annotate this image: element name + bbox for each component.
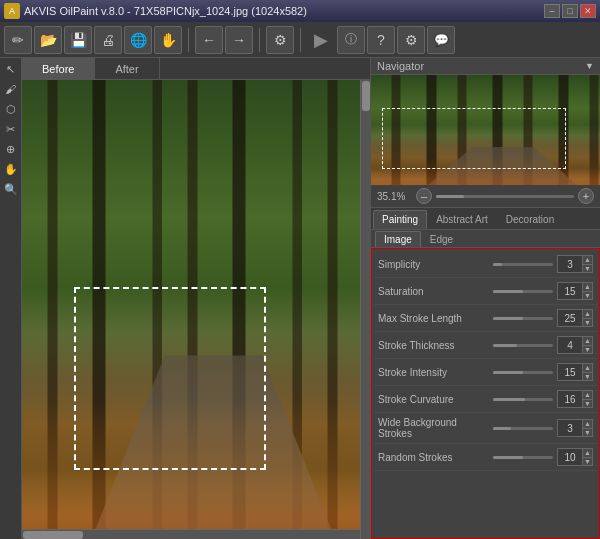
horizontal-scrollbar[interactable]: [22, 529, 360, 539]
right-panel: Navigator ▼ 35.1% – + Painting Abstract …: [370, 58, 600, 539]
setting-slider-6[interactable]: [493, 427, 553, 430]
navigator-title: Navigator: [377, 60, 424, 72]
setting-value-7[interactable]: 10▲▼: [557, 448, 593, 466]
setting-row-7: Random Strokes10▲▼: [374, 444, 597, 471]
setting-slider-5[interactable]: [493, 398, 553, 401]
tab-abstract-art[interactable]: Abstract Art: [427, 210, 497, 229]
tool-back[interactable]: ←: [195, 26, 223, 54]
close-button[interactable]: ✕: [580, 4, 596, 18]
tool-settings[interactable]: ⚙: [266, 26, 294, 54]
left-toolbar: ↖ 🖌 ⬡ ✂ ⊕ ✋ 🔍: [0, 58, 22, 539]
setting-row-0: Simplicity3▲▼: [374, 251, 597, 278]
spin-down-0[interactable]: ▼: [582, 265, 592, 273]
spin-down-4[interactable]: ▼: [582, 373, 592, 381]
toolbar-separator-3: [300, 28, 301, 52]
setting-slider-3[interactable]: [493, 344, 553, 347]
setting-label-3: Stroke Thickness: [378, 340, 489, 351]
minimize-button[interactable]: –: [544, 4, 560, 18]
spin-up-3[interactable]: ▲: [582, 337, 592, 346]
spin-down-3[interactable]: ▼: [582, 346, 592, 354]
setting-row-3: Stroke Thickness4▲▼: [374, 332, 597, 359]
nav-selection-box[interactable]: [382, 108, 565, 169]
spin-up-1[interactable]: ▲: [582, 283, 592, 292]
tab-decoration[interactable]: Decoration: [497, 210, 563, 229]
setting-slider-0[interactable]: [493, 263, 553, 266]
left-tool-zoom-in[interactable]: ⊕: [2, 140, 20, 158]
navigator-header: Navigator ▼: [371, 58, 600, 75]
setting-value-0[interactable]: 3▲▼: [557, 255, 593, 273]
tool-print[interactable]: 🖨: [94, 26, 122, 54]
setting-slider-2[interactable]: [493, 317, 553, 320]
tool-save[interactable]: 💾: [64, 26, 92, 54]
setting-label-0: Simplicity: [378, 259, 489, 270]
tool-info[interactable]: ⓘ: [337, 26, 365, 54]
zoom-in-button[interactable]: +: [578, 188, 594, 204]
zoom-out-button[interactable]: –: [416, 188, 432, 204]
tab-painting[interactable]: Painting: [373, 210, 427, 229]
spin-down-1[interactable]: ▼: [582, 292, 592, 300]
setting-row-6: Wide Background Strokes3▲▼: [374, 413, 597, 444]
settings-list: Simplicity3▲▼Saturation15▲▼Max Stroke Le…: [374, 251, 597, 471]
setting-label-5: Stroke Curvature: [378, 394, 489, 405]
tool-hand[interactable]: ✋: [154, 26, 182, 54]
main-area: ↖ 🖌 ⬡ ✂ ⊕ ✋ 🔍 Before After: [0, 58, 600, 539]
left-tool-pan[interactable]: ✋: [2, 160, 20, 178]
spin-down-2[interactable]: ▼: [582, 319, 592, 327]
spin-up-7[interactable]: ▲: [582, 449, 592, 458]
tab-after[interactable]: After: [95, 58, 159, 79]
setting-value-5[interactable]: 16▲▼: [557, 390, 593, 408]
spin-up-0[interactable]: ▲: [582, 256, 592, 265]
zoom-value: 35.1%: [377, 191, 412, 202]
left-tool-shape[interactable]: ⬡: [2, 100, 20, 118]
spin-up-4[interactable]: ▲: [582, 364, 592, 373]
canvas-area[interactable]: [22, 80, 370, 539]
tool-preferences[interactable]: ⚙: [397, 26, 425, 54]
spin-down-7[interactable]: ▼: [582, 458, 592, 466]
spin-up-2[interactable]: ▲: [582, 310, 592, 319]
selection-box: [74, 287, 265, 471]
setting-label-6: Wide Background Strokes: [378, 417, 489, 439]
scrollbar-thumb-h[interactable]: [23, 531, 83, 539]
tab-before[interactable]: Before: [22, 58, 95, 79]
tool-open[interactable]: 📂: [34, 26, 62, 54]
spin-up-5[interactable]: ▲: [582, 391, 592, 400]
tool-chat[interactable]: 💬: [427, 26, 455, 54]
setting-value-2[interactable]: 25▲▼: [557, 309, 593, 327]
setting-row-5: Stroke Curvature16▲▼: [374, 386, 597, 413]
spin-down-6[interactable]: ▼: [582, 429, 592, 437]
content-area: Before After: [22, 58, 370, 539]
setting-row-2: Max Stroke Length25▲▼: [374, 305, 597, 332]
scrollbar-thumb-v[interactable]: [362, 81, 370, 111]
setting-value-4[interactable]: 15▲▼: [557, 363, 593, 381]
spin-down-5[interactable]: ▼: [582, 400, 592, 408]
tool-play[interactable]: ▶: [307, 26, 335, 54]
left-tool-brush[interactable]: 🖌: [2, 80, 20, 98]
vertical-scrollbar[interactable]: [360, 80, 370, 539]
zoom-bar: 35.1% – +: [371, 185, 600, 208]
maximize-button[interactable]: □: [562, 4, 578, 18]
toolbar-separator-2: [259, 28, 260, 52]
zoom-slider[interactable]: [436, 195, 574, 198]
tool-globe[interactable]: 🌐: [124, 26, 152, 54]
navigator-collapse-icon[interactable]: ▼: [585, 61, 594, 71]
zoom-slider-fill: [436, 195, 464, 198]
setting-value-3[interactable]: 4▲▼: [557, 336, 593, 354]
setting-slider-4[interactable]: [493, 371, 553, 374]
setting-slider-7[interactable]: [493, 456, 553, 459]
left-tool-select[interactable]: ↖: [2, 60, 20, 78]
setting-label-2: Max Stroke Length: [378, 313, 489, 324]
spin-up-6[interactable]: ▲: [582, 420, 592, 429]
tool-forward[interactable]: →: [225, 26, 253, 54]
title-bar-left: A AKVIS OilPaint v.8.0 - 71X58PICNjx_102…: [4, 3, 307, 19]
title-controls[interactable]: – □ ✕: [544, 4, 596, 18]
tool-help[interactable]: ?: [367, 26, 395, 54]
tool-pencil[interactable]: ✏: [4, 26, 32, 54]
left-tool-zoom[interactable]: 🔍: [2, 180, 20, 198]
setting-slider-1[interactable]: [493, 290, 553, 293]
subtab-edge[interactable]: Edge: [421, 231, 462, 247]
subtab-image[interactable]: Image: [375, 231, 421, 247]
view-tabs: Before After: [22, 58, 370, 80]
setting-value-6[interactable]: 3▲▼: [557, 419, 593, 437]
setting-value-1[interactable]: 15▲▼: [557, 282, 593, 300]
left-tool-crop[interactable]: ✂: [2, 120, 20, 138]
